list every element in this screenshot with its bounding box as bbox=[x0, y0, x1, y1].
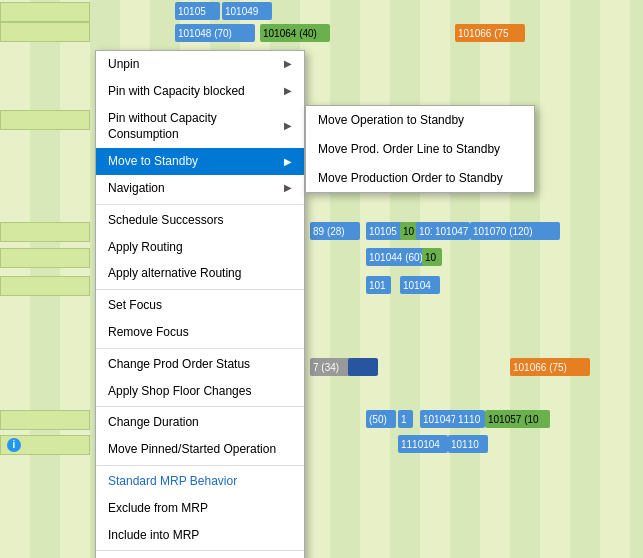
menu-item-label: Unpin bbox=[108, 56, 139, 73]
gantt-bar[interactable]: 10105 bbox=[175, 2, 220, 20]
menu-item-change-duration[interactable]: Change Duration bbox=[96, 409, 304, 436]
menu-separator bbox=[96, 348, 304, 349]
submenu-arrow-icon: ▶ bbox=[284, 84, 292, 98]
gantt-bar[interactable]: (50) bbox=[366, 410, 396, 428]
gantt-bar[interactable]: 101047 bbox=[420, 410, 458, 428]
menu-item-pin-without-capacity[interactable]: Pin without Capacity Consumption▶ bbox=[96, 105, 304, 149]
menu-item-navigation[interactable]: Navigation▶ bbox=[96, 175, 304, 202]
submenu-item-move-operation-standby[interactable]: Move Operation to Standby bbox=[306, 106, 534, 135]
menu-item-label: Include into MRP bbox=[108, 527, 199, 544]
menu-item-label: Navigation bbox=[108, 180, 165, 197]
menu-item-apply-shop-floor[interactable]: Apply Shop Floor Changes bbox=[96, 378, 304, 405]
row-label bbox=[0, 276, 90, 296]
gantt-bar[interactable]: 10 bbox=[422, 248, 442, 266]
gantt-bar[interactable]: 10105 bbox=[366, 222, 404, 240]
row-label bbox=[0, 110, 90, 130]
submenu-item-move-prod-order-line-standby[interactable]: Move Prod. Order Line to Standby bbox=[306, 135, 534, 164]
menu-item-change-prod-order-status[interactable]: Change Prod Order Status bbox=[96, 351, 304, 378]
gantt-bar[interactable]: 101066 (75) bbox=[510, 358, 590, 376]
menu-item-label: Apply alternative Routing bbox=[108, 265, 241, 282]
row-label bbox=[0, 22, 90, 42]
submenu-arrow-icon: ▶ bbox=[284, 155, 292, 169]
gantt-bar[interactable]: 101064 (40) bbox=[260, 24, 330, 42]
gantt-bar[interactable]: 1 bbox=[398, 410, 413, 428]
menu-item-apply-routing[interactable]: Apply Routing bbox=[96, 234, 304, 261]
menu-item-standard-mrp[interactable]: Standard MRP Behavior bbox=[96, 468, 304, 495]
gantt-bar[interactable]: 10110 bbox=[448, 435, 488, 453]
gantt-bar[interactable]: 10104 bbox=[400, 276, 440, 294]
submenu-arrow-icon: ▶ bbox=[284, 119, 292, 133]
gantt-bar[interactable]: 101044 (60) bbox=[366, 248, 426, 266]
row-label bbox=[0, 248, 90, 268]
row-label bbox=[0, 222, 90, 242]
gantt-bar[interactable]: 1110104 bbox=[398, 435, 448, 453]
menu-item-label: Standard MRP Behavior bbox=[108, 473, 237, 490]
gantt-bar[interactable]: 101057 (10 bbox=[485, 410, 550, 428]
menu-item-label: Remove Focus bbox=[108, 324, 189, 341]
menu-item-unpin[interactable]: Unpin▶ bbox=[96, 51, 304, 78]
menu-separator bbox=[96, 289, 304, 290]
submenu-item-move-production-order-standby[interactable]: Move Production Order to Standby bbox=[306, 164, 534, 193]
gantt-bar[interactable]: 1110 bbox=[455, 410, 485, 428]
menu-item-move-to-standby[interactable]: Move to Standby▶ bbox=[96, 148, 304, 175]
gantt-bar[interactable]: 101048 (70) bbox=[175, 24, 255, 42]
menu-item-show-additional-info[interactable]: Show Additional Information▶ bbox=[96, 553, 304, 558]
gantt-bar[interactable] bbox=[348, 358, 378, 376]
menu-item-label: Exclude from MRP bbox=[108, 500, 208, 517]
menu-item-label: Apply Routing bbox=[108, 239, 183, 256]
context-menu: Unpin▶Pin with Capacity blocked▶Pin with… bbox=[95, 50, 305, 558]
menu-item-label: Schedule Successors bbox=[108, 212, 223, 229]
gantt-bar[interactable]: 101049 bbox=[222, 2, 272, 20]
submenu-arrow-icon: ▶ bbox=[284, 57, 292, 71]
gantt-bar[interactable]: 101 bbox=[366, 276, 391, 294]
menu-item-set-focus[interactable]: Set Focus bbox=[96, 292, 304, 319]
menu-item-apply-alt-routing[interactable]: Apply alternative Routing bbox=[96, 260, 304, 287]
row-label: i bbox=[0, 435, 90, 455]
submenu-move-to-standby: Move Operation to StandbyMove Prod. Orde… bbox=[305, 105, 535, 193]
menu-separator bbox=[96, 465, 304, 466]
menu-item-move-pinned-started[interactable]: Move Pinned/Started Operation bbox=[96, 436, 304, 463]
row-label bbox=[0, 410, 90, 430]
menu-item-pin-capacity-blocked[interactable]: Pin with Capacity blocked▶ bbox=[96, 78, 304, 105]
gantt-bar[interactable]: 101066 (75 bbox=[455, 24, 525, 42]
menu-separator bbox=[96, 406, 304, 407]
row-label bbox=[0, 2, 90, 22]
gantt-bar[interactable]: 101047 bbox=[432, 222, 470, 240]
info-icon: i bbox=[7, 438, 21, 452]
gantt-bar[interactable]: 7 (34) bbox=[310, 358, 350, 376]
menu-item-label: Move Pinned/Started Operation bbox=[108, 441, 276, 458]
menu-separator bbox=[96, 550, 304, 551]
menu-item-label: Set Focus bbox=[108, 297, 162, 314]
menu-separator bbox=[96, 204, 304, 205]
menu-item-exclude-from-mrp[interactable]: Exclude from MRP bbox=[96, 495, 304, 522]
gantt-bar[interactable]: 101070 (120) bbox=[470, 222, 560, 240]
gantt-bar[interactable]: 89 (28) bbox=[310, 222, 360, 240]
menu-item-label: Change Duration bbox=[108, 414, 199, 431]
submenu-arrow-icon: ▶ bbox=[284, 181, 292, 195]
menu-item-label: Move to Standby bbox=[108, 153, 198, 170]
menu-item-remove-focus[interactable]: Remove Focus bbox=[96, 319, 304, 346]
menu-item-schedule-successors[interactable]: Schedule Successors bbox=[96, 207, 304, 234]
menu-item-label: Apply Shop Floor Changes bbox=[108, 383, 251, 400]
menu-item-label: Pin without Capacity Consumption bbox=[108, 110, 284, 144]
menu-item-include-into-mrp[interactable]: Include into MRP bbox=[96, 522, 304, 549]
menu-item-label: Pin with Capacity blocked bbox=[108, 83, 245, 100]
menu-item-label: Change Prod Order Status bbox=[108, 356, 250, 373]
